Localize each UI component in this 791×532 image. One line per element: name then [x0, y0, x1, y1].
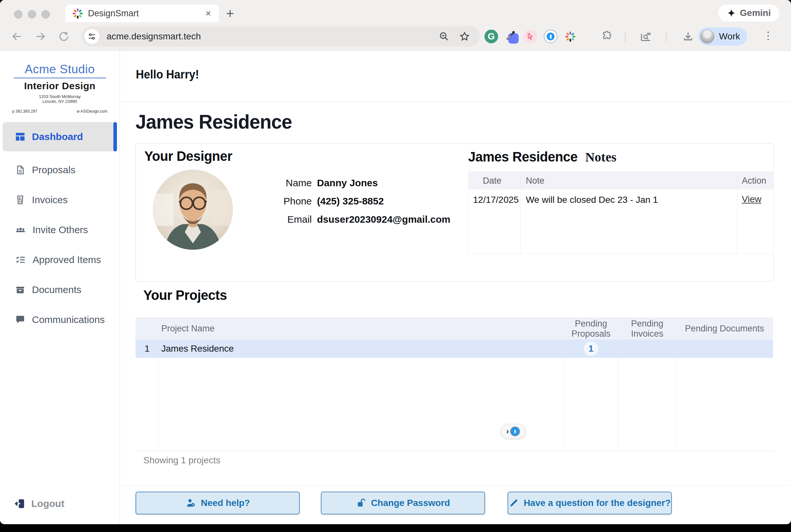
- sidebar-item-label: Invoices: [32, 194, 68, 206]
- pending-proposals-badge[interactable]: 1: [584, 342, 598, 356]
- forward-arrow-icon[interactable]: [35, 31, 46, 42]
- project-row[interactable]: 1 James Residence 1: [135, 340, 773, 358]
- traffic-light-minimize[interactable]: [28, 10, 36, 19]
- svg-text:?: ?: [192, 504, 194, 507]
- projects-col-pending-invoices: Pending Invoices: [618, 319, 676, 339]
- traffic-light-close[interactable]: [14, 10, 22, 19]
- logout-button[interactable]: Logout: [14, 498, 65, 510]
- tab-close-icon[interactable]: ×: [205, 8, 211, 18]
- bookmark-star-icon[interactable]: [459, 31, 470, 42]
- url-text[interactable]: acme.designsmart.tech: [107, 31, 439, 42]
- company-logo: Acme Studio Interior Design 1203 South M…: [11, 62, 109, 114]
- chevron-right-icon: ›: [506, 427, 509, 436]
- reload-icon[interactable]: [58, 31, 70, 42]
- sidebar-item-dashboard[interactable]: Dashboard: [3, 122, 117, 151]
- designsmart-favicon: [72, 8, 83, 19]
- designer-phone-label: Phone: [260, 196, 312, 207]
- sidebar: Acme Studio Interior Design 1203 South M…: [0, 51, 120, 524]
- toolbar-separator: [666, 32, 666, 42]
- search-screen-lens-icon[interactable]: [639, 29, 654, 44]
- invoice-icon: $: [15, 195, 25, 205]
- note-date: 12/17/2025: [468, 189, 521, 253]
- page-title: James Residence: [135, 110, 292, 133]
- browser-menu-kebab-icon[interactable]: ⋮: [763, 29, 773, 42]
- notes-col-date: Date: [468, 176, 521, 186]
- extensions-puzzle-icon[interactable]: [600, 29, 614, 44]
- chat-icon: [15, 315, 25, 325]
- site-settings-icon[interactable]: [85, 29, 99, 44]
- logout-label: Logout: [31, 498, 65, 509]
- project-row-name[interactable]: James Residence: [159, 343, 564, 354]
- checklist-icon: [15, 254, 26, 265]
- designer-photo: [153, 170, 233, 250]
- grammarly-extension-icon[interactable]: G: [484, 29, 498, 44]
- sidebar-item-label: Invite Others: [33, 224, 88, 235]
- people-icon: [15, 224, 26, 235]
- sidebar-item-documents[interactable]: Documents: [3, 278, 117, 301]
- change-password-button[interactable]: Change Password: [321, 492, 485, 514]
- logo-tagline: Interior Design: [11, 80, 109, 92]
- back-arrow-icon[interactable]: [11, 31, 23, 42]
- change-password-label: Change Password: [371, 498, 450, 508]
- logout-icon: [14, 498, 26, 510]
- designer-name-label: Name: [260, 177, 312, 189]
- profile-chip[interactable]: Work: [698, 27, 747, 45]
- footer-divider: [120, 485, 791, 486]
- need-help-button[interactable]: ? Need help?: [135, 492, 300, 514]
- 1password-extension-icon[interactable]: [544, 29, 558, 44]
- sidebar-item-invite-others[interactable]: Invite Others: [3, 218, 117, 241]
- notes-col-action: Action: [737, 176, 773, 186]
- logo-phone: p 392.393.297: [12, 109, 37, 114]
- toolbar-separator: [625, 32, 626, 42]
- gemini-star-icon: [727, 8, 736, 18]
- unlock-icon: [356, 498, 367, 508]
- note-view-link[interactable]: View: [742, 194, 761, 204]
- document-icon: [15, 165, 25, 175]
- designer-notes-card: Your Designer: [135, 143, 774, 282]
- question-for-designer-button[interactable]: Have a question for the designer?: [508, 492, 672, 514]
- new-tab-button[interactable]: +: [226, 6, 234, 21]
- projects-heading: Your Projects: [143, 287, 227, 303]
- notes-table-header: Date Note Action: [468, 172, 773, 189]
- projects-table-header: Project Name Pending Proposals Pending I…: [135, 318, 773, 340]
- zoom-out-icon[interactable]: [439, 31, 449, 42]
- sidebar-item-approved-items[interactable]: Approved Items: [3, 248, 117, 271]
- browser-tab[interactable]: DesignSmart ×: [65, 4, 219, 22]
- logo-divider: [14, 77, 106, 78]
- projects-col-pending-documents: Pending Documents: [676, 324, 773, 334]
- sidebar-item-invoices[interactable]: $ Invoices: [3, 189, 117, 211]
- note-text: We will be closed Dec 23 - Jan 1: [521, 189, 737, 253]
- logo-website: w ASIDesign.com: [77, 109, 107, 114]
- sidebar-item-label: Documents: [32, 284, 81, 295]
- sidebar-item-proposals[interactable]: Proposals: [3, 158, 117, 182]
- 1password-icon: [510, 426, 520, 436]
- projects-footer-text: Showing 1 projects: [143, 455, 221, 466]
- designer-name-value: Danny Jones: [317, 177, 378, 189]
- designsmart-extension-icon[interactable]: [563, 29, 577, 44]
- click-assist-extension-icon[interactable]: [523, 29, 537, 44]
- tab-title: DesignSmart: [88, 8, 205, 19]
- notes-title-suffix: Notes: [585, 149, 617, 165]
- address-bar[interactable]: acme.designsmart.tech: [81, 26, 480, 46]
- sidebar-nav: Dashboard Proposals $ Invoices: [0, 122, 119, 331]
- designer-heading: Your Designer: [144, 148, 232, 164]
- svg-text:$: $: [19, 197, 21, 201]
- logo-company-name: Acme Studio: [11, 62, 109, 76]
- notes-table-row: 12/17/2025 We will be closed Dec 23 - Ja…: [468, 189, 773, 253]
- person-question-icon: ?: [185, 497, 197, 509]
- download-icon[interactable]: [681, 29, 695, 44]
- projects-col-pending-proposals: Pending Proposals: [564, 319, 618, 339]
- sidebar-item-communications[interactable]: Communications: [3, 308, 117, 331]
- gemini-badge[interactable]: Gemini: [718, 4, 779, 21]
- sidebar-item-label: Dashboard: [32, 131, 83, 142]
- 1password-inline-widget[interactable]: ›: [500, 424, 526, 439]
- archive-icon: [15, 285, 25, 295]
- color-picker-extension-icon[interactable]: [505, 29, 519, 44]
- projects-table: Project Name Pending Proposals Pending I…: [135, 318, 773, 451]
- main-content: Hello Harry! James Residence Your Design…: [120, 51, 791, 524]
- profile-avatar: [700, 29, 714, 44]
- notes-col-note: Note: [521, 176, 737, 186]
- traffic-light-maximize[interactable]: [41, 10, 50, 19]
- designer-email-value: dsuser20230924@gmail.com: [317, 214, 450, 225]
- question-for-designer-label: Have a question for the designer?: [523, 498, 670, 508]
